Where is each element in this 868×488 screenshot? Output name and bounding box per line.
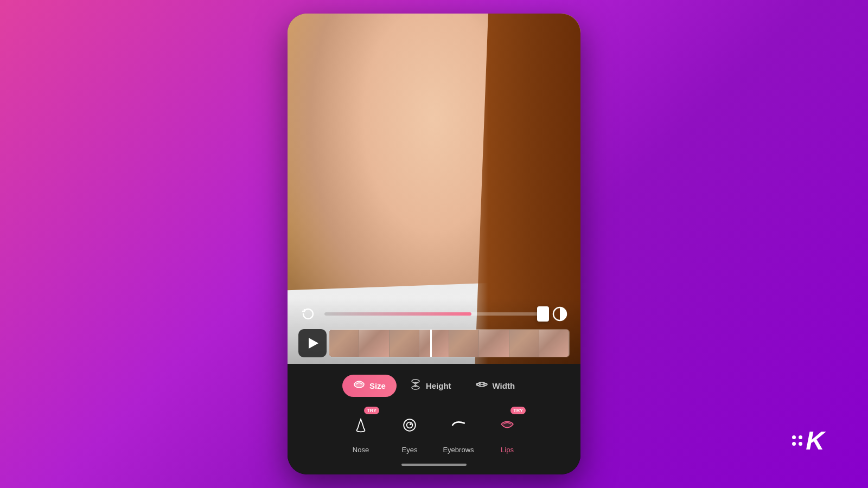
- kidoz-dot: [799, 435, 802, 439]
- slider-fill: [324, 312, 471, 316]
- controls-overlay: [288, 298, 580, 364]
- film-frame: [449, 330, 479, 357]
- film-frame: [509, 330, 539, 357]
- home-indicator: [288, 459, 580, 468]
- feature-nose[interactable]: Try Nose: [344, 409, 377, 454]
- filmstrip-playhead: [430, 330, 432, 357]
- tab-size[interactable]: Size: [342, 375, 397, 397]
- svg-point-9: [407, 422, 413, 428]
- lips-icon-wrap: Try: [491, 409, 524, 441]
- eyes-icon-wrap: [393, 409, 426, 441]
- play-icon: [309, 338, 318, 349]
- eyebrows-label: Eyebrows: [443, 446, 474, 454]
- kidoz-dot: [792, 442, 796, 446]
- kidoz-dot: [792, 435, 796, 439]
- film-frame: [479, 330, 509, 357]
- video-area: [288, 14, 580, 364]
- kidoz-dot: [799, 442, 802, 446]
- slider-row: [298, 304, 570, 324]
- film-frame: [390, 330, 419, 357]
- film-frame: [329, 330, 359, 357]
- feature-eyes[interactable]: Eyes: [393, 409, 426, 454]
- eyes-icon: [400, 415, 419, 435]
- nose-try-badge: Try: [364, 407, 379, 414]
- tab-width-label: Width: [493, 381, 515, 390]
- svg-point-10: [410, 423, 412, 425]
- filmstrip[interactable]: [329, 329, 570, 357]
- features-row: Try Nose Eyes: [288, 409, 580, 459]
- kidoz-dot-row-bottom: [792, 442, 802, 446]
- nose-icon: [351, 415, 371, 435]
- play-button[interactable]: [298, 329, 327, 357]
- nose-icon-wrap: Try: [344, 409, 377, 441]
- lips-feature-icon: [497, 415, 517, 435]
- nose-label: Nose: [353, 446, 369, 454]
- bottom-panel: Size Height: [288, 364, 580, 474]
- home-bar: [401, 464, 467, 466]
- compare-button[interactable]: [550, 304, 570, 324]
- feature-lips[interactable]: Try Lips: [491, 409, 524, 454]
- eyebrows-icon-wrap: [442, 409, 475, 441]
- phone-container: Size Height: [288, 14, 580, 474]
- eyes-label: Eyes: [402, 446, 418, 454]
- lips-label: Lips: [501, 446, 514, 454]
- height-icon: [410, 379, 422, 393]
- feature-eyebrows[interactable]: Eyebrows: [442, 409, 475, 454]
- lips-icon: [353, 380, 365, 391]
- undo-button[interactable]: [298, 304, 318, 324]
- kidoz-k-letter: K: [806, 426, 825, 455]
- kidoz-dot-row-top: [792, 435, 802, 439]
- film-frame: [419, 330, 449, 357]
- tab-height-label: Height: [426, 381, 451, 390]
- tabs-row: Size Height: [288, 374, 580, 398]
- film-frame: [539, 330, 569, 357]
- kidoz-dots: [792, 435, 802, 446]
- lips-try-badge: Try: [510, 407, 526, 414]
- film-frame: [359, 330, 389, 357]
- tab-width[interactable]: Width: [464, 374, 526, 398]
- tab-height[interactable]: Height: [399, 374, 462, 398]
- slider-thumb[interactable]: [537, 306, 549, 322]
- kidoz-logo: K: [792, 426, 825, 455]
- filmstrip-row: [298, 329, 570, 357]
- svg-point-8: [404, 419, 416, 431]
- width-icon: [475, 379, 488, 393]
- eyebrows-icon: [449, 415, 468, 435]
- tab-size-label: Size: [369, 381, 386, 390]
- effect-slider[interactable]: [324, 312, 544, 316]
